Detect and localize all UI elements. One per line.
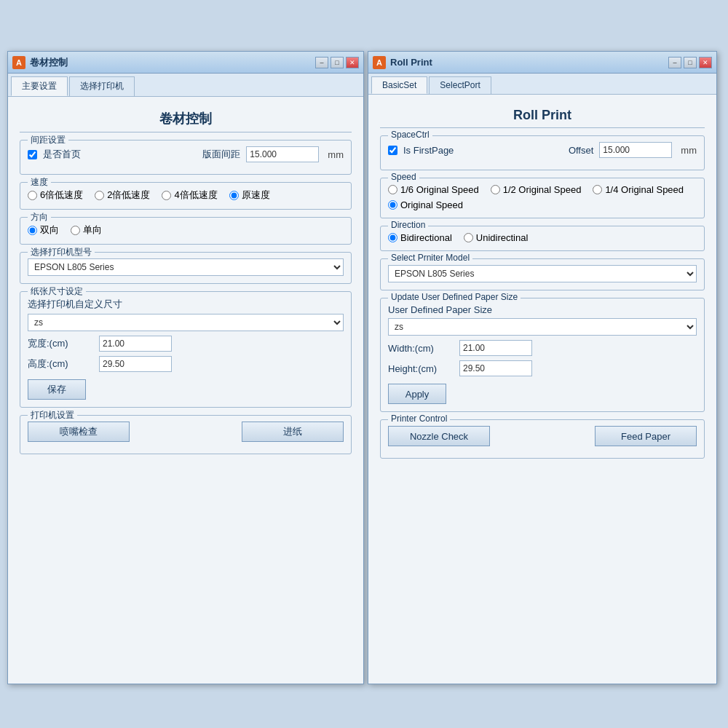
left-window: A 卷材控制 – □ ✕ 主要设置 选择打印机 卷材控制 间距设置 是否首页 版… [7,51,364,684]
right-space-ctrl-group: SpaceCtrl Is FirstPage Offset mm [380,135,705,170]
left-speed-4x-label: 4倍低速度 [174,189,217,202]
left-paper-size-label: 纸张尺寸设定 [28,285,86,298]
right-nozzle-btn[interactable]: Nozzle Check [388,426,490,446]
right-window-icon: A [373,56,386,69]
left-custom-size-select[interactable]: zs [28,314,344,331]
left-height-row: 高度:(cm) [28,356,344,372]
left-speed-2x-radio[interactable] [95,191,104,200]
right-speed-16-radio[interactable] [388,185,397,194]
left-speed-6x-item: 6倍低速度 [28,189,83,202]
right-speed-14-label: 1/4 Original Speed [605,184,684,195]
left-height-label: 高度:(cm) [28,357,93,371]
right-direction-group: Direction Bidirectional Unidirectinal [380,226,705,251]
right-maximize-btn[interactable]: □ [684,57,697,68]
left-content: 卷材控制 间距设置 是否首页 版面间距 mm 速度 6倍低速度 [8,97,363,469]
left-window-title: 卷材控制 [30,56,315,69]
right-printer-model-select[interactable]: EPSON L805 Series [388,265,697,282]
left-dir-bi-radio[interactable] [28,226,37,235]
right-close-btn[interactable]: ✕ [699,57,712,68]
right-speed-group: Speed 1/6 Original Speed 1/2 Original Sp… [380,178,705,218]
right-speed-14-radio[interactable] [593,185,602,194]
left-speed-group: 速度 6倍低速度 2倍低速度 4倍低速度 原速度 [20,182,352,210]
left-first-page-checkbox[interactable] [28,150,37,159]
left-first-page-label: 是否首页 [43,148,81,161]
right-mm-label: mm [681,145,697,156]
left-space-ctrl-group: 间距设置 是否首页 版面间距 mm [20,140,352,175]
right-speed-16-label: 1/6 Original Speed [400,184,479,195]
right-speed-orig-label: Original Speed [400,199,463,210]
left-printer-ctrl-row: 喷嘴检查 进纸 [28,422,344,442]
left-width-label: 宽度:(cm) [28,337,93,350]
left-speed-6x-radio[interactable] [28,191,37,200]
right-apply-btn[interactable]: Apply [388,384,446,404]
right-height-label: Height:(cm) [388,363,454,374]
left-mm-label: mm [328,149,344,160]
right-width-input[interactable] [459,340,532,356]
left-speed-label: 速度 [28,176,51,189]
left-width-input[interactable] [99,336,172,352]
left-speed-6x-label: 6倍低速度 [40,189,83,202]
right-tab-selectport[interactable]: SelectPort [429,76,491,94]
right-paper-size-group: Update User Defined Paper Size User Defi… [380,298,705,412]
right-speed-label: Speed [388,172,419,182]
right-tab-basicset[interactable]: BasicSet [371,76,427,94]
right-dir-bi-item: Bidirectional [388,232,452,243]
left-tab-main-settings[interactable]: 主要设置 [11,76,68,96]
right-first-page-label: Is FirstPage [403,145,454,156]
right-dir-uni-item: Unidirectinal [464,232,529,243]
left-speed-2x-label: 2倍低速度 [107,189,150,202]
left-save-btn[interactable]: 保存 [28,379,86,400]
left-nozzle-btn[interactable]: 喷嘴检查 [28,422,130,442]
right-window: A Roll Print – □ ✕ BasicSet SelectPort R… [368,51,717,684]
left-speed-1x-label: 原速度 [242,189,270,202]
left-dir-bi-label: 双向 [40,223,59,237]
right-speed-14-item: 1/4 Original Speed [593,184,684,195]
left-paper-size-group: 纸张尺寸设定 选择打印机自定义尺寸 zs 宽度:(cm) 高度:(cm) 保存 [20,291,352,408]
right-custom-size-select[interactable]: zs [388,318,697,336]
left-dir-uni-radio[interactable] [71,226,80,235]
left-tab-select-printer[interactable]: 选择打印机 [69,76,135,96]
left-speed-2x-item: 2倍低速度 [95,189,150,202]
left-page-gap-input[interactable] [246,146,319,162]
left-minimize-btn[interactable]: – [315,57,328,68]
left-printer-ctrl-label: 打印机设置 [28,409,77,422]
left-printer-model-label: 选择打印机型号 [28,246,95,258]
left-maximize-btn[interactable]: □ [331,57,344,68]
right-space-ctrl-label: SpaceCtrl [388,130,432,140]
right-offset-input[interactable] [599,142,672,158]
right-content: Roll Print SpaceCtrl Is FirstPage Offset… [368,95,716,473]
left-speed-1x-radio[interactable] [229,191,239,200]
left-direction-label: 方向 [28,211,51,223]
right-direction-radio-group: Bidirectional Unidirectinal [388,232,697,243]
right-height-row: Height:(cm) [388,360,697,376]
right-speed-12-radio[interactable] [491,185,500,194]
left-feed-btn[interactable]: 进纸 [242,422,344,442]
left-printer-model-group: 选择打印机型号 EPSON L805 Series [20,252,352,284]
left-dir-uni-item: 单向 [71,223,102,237]
right-divider [380,127,705,128]
left-speed-radio-group: 6倍低速度 2倍低速度 4倍低速度 原速度 [28,189,344,202]
right-title-bar: A Roll Print – □ ✕ [368,52,716,74]
right-minimize-btn[interactable]: – [668,57,681,68]
left-printer-ctrl-group: 打印机设置 喷嘴检查 进纸 [20,415,352,454]
right-printer-ctrl-row: Nozzle Check Feed Paper [388,426,697,446]
right-window-controls: – □ ✕ [668,57,712,68]
right-feed-btn[interactable]: Feed Paper [595,426,697,446]
right-paper-size-label: Update User Defined Paper Size [388,292,521,302]
left-dir-bi-item: 双向 [28,223,59,237]
left-height-input[interactable] [99,356,172,372]
left-direction-radio-group: 双向 单向 [28,223,344,237]
right-first-page-checkbox[interactable] [388,146,397,155]
left-title-bar: A 卷材控制 – □ ✕ [8,52,363,74]
right-height-input[interactable] [459,360,532,376]
right-speed-12-item: 1/2 Original Speed [491,184,582,195]
right-dir-uni-radio[interactable] [464,233,473,242]
right-dir-bi-radio[interactable] [388,233,397,242]
left-direction-group: 方向 双向 单向 [20,217,352,245]
left-speed-4x-radio[interactable] [162,191,171,200]
left-close-btn[interactable]: ✕ [346,57,359,68]
right-speed-12-label: 1/2 Original Speed [503,184,582,195]
right-speed-orig-radio[interactable] [388,200,397,210]
left-printer-model-select[interactable]: EPSON L805 Series [28,258,344,276]
right-printer-ctrl-group: Printer Control Nozzle Check Feed Paper [380,419,705,459]
